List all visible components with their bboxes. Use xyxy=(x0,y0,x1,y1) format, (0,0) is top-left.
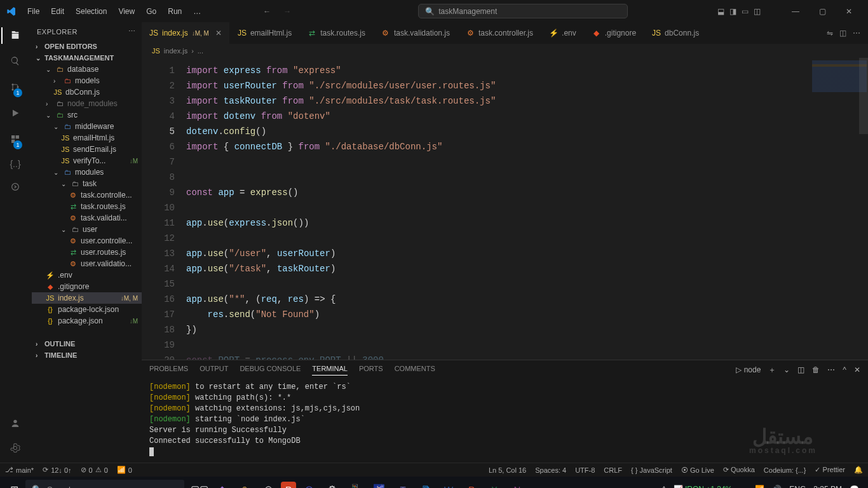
status-errors[interactable]: ⊘ 0 ⚠ 0 xyxy=(81,466,108,474)
panel-tab-ports[interactable]: PORTS xyxy=(359,365,383,375)
panel-tab-comments[interactable]: COMMENTS xyxy=(395,365,435,375)
menu-selection[interactable]: Selection xyxy=(71,0,112,22)
app-ppt-icon[interactable]: P xyxy=(461,479,482,488)
tab-compare-icon[interactable]: ⇋ xyxy=(827,29,833,37)
outline-section[interactable]: ›OUTLINE xyxy=(31,338,142,349)
tree-src[interactable]: ⌄🗀src xyxy=(32,109,142,121)
code-editor[interactable]: 1234567891011121314151617181920 import e… xyxy=(142,58,868,360)
app-onenote-icon[interactable]: N xyxy=(507,479,527,488)
tree-taskroutes[interactable]: ⇄task.routes.js xyxy=(32,201,142,212)
explorer-more-icon[interactable]: ⋯ xyxy=(128,27,136,36)
tab-taskroutes[interactable]: ⇄task.routes.js xyxy=(300,22,374,44)
app-settings-icon[interactable]: ⚙ xyxy=(322,479,342,488)
window-minimize-icon[interactable]: — xyxy=(786,7,805,16)
open-editors-section[interactable]: ›OPEN EDITORS xyxy=(31,41,142,52)
tab-more-icon[interactable]: ⋯ xyxy=(853,29,860,37)
tray-wifi-icon[interactable]: 📶 xyxy=(755,485,764,488)
terminal-kind[interactable]: ▷ node xyxy=(736,365,761,374)
tree-pkglock[interactable]: {}package-lock.json xyxy=(32,304,142,315)
app-galaxy-icon[interactable]: 🌌 xyxy=(367,479,390,488)
menu-go[interactable]: Go xyxy=(141,0,161,22)
tree-nodemodules[interactable]: ›🗀node_modules xyxy=(32,98,142,109)
app-excel-icon[interactable]: X xyxy=(484,479,505,488)
tree-user[interactable]: ⌄🗀user xyxy=(32,224,142,235)
menu-edit[interactable]: Edit xyxy=(46,0,69,22)
tray-stock[interactable]: 📈 IRON +1,34% xyxy=(674,485,733,488)
app-teams-icon[interactable]: T xyxy=(393,479,413,488)
taskview-icon[interactable]: ▢▢ xyxy=(189,479,210,488)
status-eol[interactable]: CRLF xyxy=(604,466,622,474)
menu-view[interactable]: View xyxy=(113,0,140,22)
tree-indexjs[interactable]: JSindex.js↓M, M xyxy=(32,292,142,304)
status-encoding[interactable]: UTF-8 xyxy=(575,466,595,474)
panel-tab-debug[interactable]: DEBUG CONSOLE xyxy=(240,365,301,375)
terminal-new-icon[interactable]: ＋ xyxy=(768,365,776,376)
tree-task[interactable]: ⌄🗀task xyxy=(32,178,142,189)
tree-taskvalidation[interactable]: ⚙task.validati... xyxy=(32,212,142,224)
panel-maximize-icon[interactable]: ^ xyxy=(843,365,846,374)
tree-database[interactable]: ⌄🗀database xyxy=(32,64,142,75)
tab-split-icon[interactable]: ◫ xyxy=(839,29,846,37)
tray-cloud-icon[interactable]: ☁ xyxy=(740,485,747,488)
tab-gitignore[interactable]: ◆.gitignore xyxy=(585,22,644,44)
status-radio[interactable]: 📶 0 xyxy=(117,466,132,474)
layout-right-icon[interactable]: ▭ xyxy=(742,7,749,16)
status-bell-icon[interactable]: 🔔 xyxy=(854,466,863,474)
app-discord-icon[interactable]: ◒ xyxy=(299,479,319,488)
terminal-dropdown-icon[interactable]: ⌄ xyxy=(783,365,790,374)
tray-lang[interactable]: ENG xyxy=(789,485,806,488)
nav-fwd-icon[interactable]: → xyxy=(283,7,291,16)
terminal-output[interactable]: مستقل mostaql.com [nodemon] to restart a… xyxy=(142,379,868,463)
activity-json-icon[interactable]: {..} xyxy=(10,159,20,169)
status-sync[interactable]: ⟳ 12↓ 0↑ xyxy=(43,466,71,474)
app-p-icon[interactable]: P xyxy=(281,482,296,488)
scrollbar-vertical[interactable] xyxy=(859,58,868,134)
tree-uservalidation[interactable]: ⚙user.validatio... xyxy=(32,258,142,269)
layout-bottom-icon[interactable]: ◨ xyxy=(729,7,736,16)
terminal-trash-icon[interactable]: 🗑 xyxy=(812,365,820,374)
tab-env[interactable]: ⚡.env xyxy=(541,22,585,44)
activity-quokka-icon[interactable] xyxy=(10,180,20,195)
activity-account-icon[interactable] xyxy=(10,417,20,431)
window-maximize-icon[interactable]: ▢ xyxy=(813,7,832,16)
close-icon[interactable]: ✕ xyxy=(215,29,222,37)
tree-verifyto[interactable]: JSverifyTo...↓M xyxy=(32,155,142,166)
tree-models[interactable]: ›🗀models xyxy=(32,75,142,86)
tab-taskcontroller[interactable]: ⚙task.controller.js xyxy=(458,22,541,44)
activity-search-icon[interactable] xyxy=(10,55,20,69)
layout-left-icon[interactable]: ⬓ xyxy=(717,7,724,16)
tray-notif-icon[interactable]: 💬 xyxy=(850,485,859,488)
taskbar-search[interactable]: 🔍 Search xyxy=(25,480,184,488)
app-explorer-icon[interactable]: 🗀 xyxy=(235,479,255,488)
start-button-icon[interactable]: ⊞ xyxy=(3,484,25,489)
tree-pkg[interactable]: {}package.json↓M xyxy=(32,315,142,327)
app-copilot-icon[interactable]: ◆ xyxy=(212,479,233,488)
activity-scm-icon[interactable]: 1 xyxy=(10,81,20,95)
app-word-icon[interactable]: W xyxy=(438,479,459,488)
tray-time[interactable]: 3:35 PM xyxy=(813,485,842,488)
tab-indexjs[interactable]: JS index.js ↓M, M ✕ xyxy=(142,22,230,44)
tree-modules[interactable]: ⌄🗀modules xyxy=(32,166,142,178)
project-section[interactable]: ⌄TASKMANAGEMENT xyxy=(31,52,142,64)
status-branch[interactable]: ⎇ main* xyxy=(5,466,34,474)
status-codeium[interactable]: Codeium: {...} xyxy=(764,466,806,474)
menu-run[interactable]: Run xyxy=(163,0,187,22)
tree-gitignore[interactable]: ◆.gitignore xyxy=(32,281,142,292)
tab-emailhtml[interactable]: JSemailHtml.js xyxy=(230,22,300,44)
tree-userroutes[interactable]: ⇄user.routes.js xyxy=(32,247,142,258)
app-chrome-icon[interactable]: ◎ xyxy=(258,479,278,488)
tree-middleware[interactable]: ⌄🗀middleware xyxy=(32,121,142,132)
panel-tab-problems[interactable]: PROBLEMS xyxy=(149,365,188,375)
code-content[interactable]: import express from "express"import user… xyxy=(186,58,811,360)
status-golive[interactable]: ⦿ Go Live xyxy=(681,466,714,474)
window-close-icon[interactable]: ✕ xyxy=(839,7,858,16)
layout-grid-icon[interactable]: ◫ xyxy=(754,7,761,16)
status-language[interactable]: { } JavaScript xyxy=(631,466,672,474)
tree-dbconn[interactable]: JSdbConn.js xyxy=(32,86,142,98)
menu-more[interactable]: … xyxy=(188,0,206,22)
panel-tab-terminal[interactable]: TERMINAL xyxy=(312,365,348,376)
tree-taskcontroller[interactable]: ⚙task.controlle... xyxy=(32,189,142,201)
activity-run-icon[interactable] xyxy=(10,107,20,121)
tab-dbconn[interactable]: JSdbConn.js xyxy=(644,22,707,44)
tree-env[interactable]: ⚡.env xyxy=(32,269,142,281)
